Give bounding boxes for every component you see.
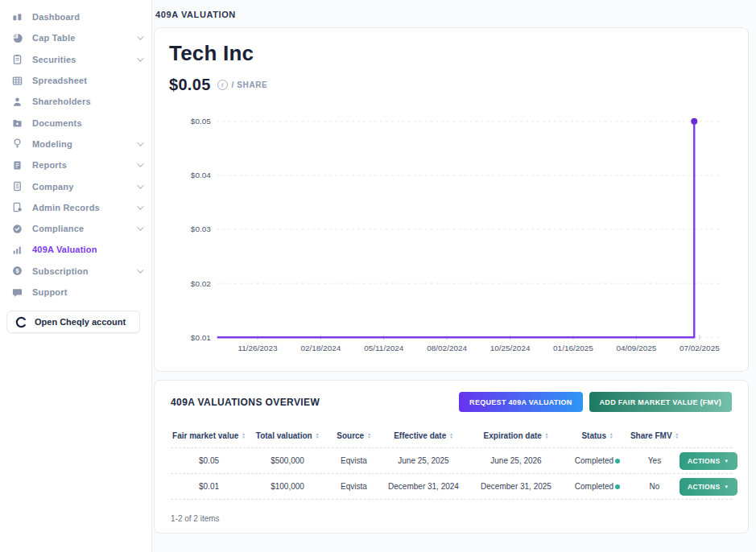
sidebar-item-409a-valuation[interactable]: 409A Valuation bbox=[0, 239, 151, 260]
sort-icon: ▲▼ bbox=[367, 433, 371, 439]
effective-date-cell: December 31, 2024 bbox=[380, 482, 467, 491]
sidebar-item-support[interactable]: Support bbox=[0, 282, 151, 303]
table-row: $0.05 $500,000 Eqvista June 25, 2025 Jun… bbox=[171, 448, 732, 474]
actions-button[interactable]: ACTIONS ▼ bbox=[680, 478, 737, 496]
valuations-table-body: $0.05 $500,000 Eqvista June 25, 2025 Jun… bbox=[171, 448, 732, 500]
status-cell: Completed bbox=[565, 482, 630, 491]
sidebar-item-documents[interactable]: Documents bbox=[0, 112, 151, 133]
valuations-table-header: Fair market value ▲▼ Total valuation ▲▼ … bbox=[171, 431, 732, 448]
sidebar-item-label: Spreadsheet bbox=[32, 76, 142, 85]
column-header-label: Fair market value bbox=[172, 431, 238, 440]
actions-cell: ACTIONS ▼ bbox=[680, 452, 739, 470]
sidebar-item-label: Cap Table bbox=[32, 33, 137, 43]
open-cheqly-account-button[interactable]: Open Cheqly account bbox=[6, 311, 140, 333]
svg-text:05/11/2024: 05/11/2024 bbox=[364, 344, 404, 352]
status-label: Completed bbox=[575, 482, 613, 491]
expiration-date-cell: June 25, 2026 bbox=[467, 456, 565, 465]
total-valuation-cell: $100,000 bbox=[247, 482, 328, 491]
chevron-down-icon bbox=[137, 266, 143, 273]
chevron-down-icon bbox=[137, 139, 143, 146]
chevron-down-icon bbox=[137, 182, 143, 188]
actions-button[interactable]: ACTIONS ▼ bbox=[680, 452, 737, 470]
valuations-table: Fair market value ▲▼ Total valuation ▲▼ … bbox=[171, 431, 732, 523]
sidebar-item-modeling[interactable]: Modeling bbox=[0, 134, 151, 154]
column-header-share-fmv[interactable]: Share FMV ▲▼ bbox=[630, 431, 680, 440]
status-label: Completed bbox=[575, 456, 613, 465]
sidebar-item-label: Reports bbox=[32, 160, 137, 170]
source-cell: Eqvista bbox=[328, 456, 380, 465]
table-icon bbox=[11, 75, 23, 86]
column-header-expiration-date[interactable]: Expiration date ▲▼ bbox=[467, 431, 565, 440]
sidebar-item-label: Support bbox=[32, 287, 142, 297]
status-cell: Completed bbox=[565, 456, 630, 465]
open-cheqly-account-label: Open Cheqly account bbox=[35, 317, 126, 327]
table-row: $0.01 $100,000 Eqvista December 31, 2024… bbox=[171, 474, 732, 500]
sidebar-item-subscription[interactable]: $ Subscription bbox=[0, 261, 151, 282]
page-title: 409A VALUATION bbox=[155, 10, 749, 19]
sidebar-item-reports[interactable]: Reports bbox=[0, 154, 151, 175]
sidebar-item-dashboard[interactable]: Dashboard bbox=[0, 6, 151, 27]
cheqly-logo-icon bbox=[15, 316, 27, 328]
support-icon bbox=[11, 286, 23, 298]
add-fair-market-value-button[interactable]: ADD FAIR MARKET VALUE (FMV) bbox=[589, 392, 732, 412]
shield-check-icon bbox=[11, 223, 23, 234]
column-header-label: Total valuation bbox=[256, 431, 312, 440]
chevron-down-icon bbox=[137, 34, 143, 40]
status-completed-dot-icon bbox=[615, 484, 620, 489]
sidebar-item-admin-records[interactable]: Admin Records bbox=[0, 197, 151, 218]
svg-text:$0.03: $0.03 bbox=[191, 225, 211, 234]
column-header-status[interactable]: Status ▲▼ bbox=[565, 431, 630, 440]
lightbulb-icon bbox=[11, 138, 23, 150]
column-header-label: Status bbox=[581, 431, 606, 440]
svg-text:07/02/2025: 07/02/2025 bbox=[680, 344, 720, 352]
report-icon bbox=[11, 159, 23, 171]
sidebar-nav: Dashboard Cap Table Securities Spreadshe… bbox=[0, 6, 151, 303]
valuations-overview-card: 409A VALUATIONS OVERVIEW REQUEST 409A VA… bbox=[154, 380, 749, 533]
chevron-down-icon bbox=[137, 224, 143, 230]
share-price-row: $0.05 i / SHARE bbox=[169, 76, 732, 94]
svg-text:04/09/2025: 04/09/2025 bbox=[617, 344, 657, 352]
column-header-label: Source bbox=[337, 431, 364, 440]
fair-market-value-cell: $0.01 bbox=[171, 482, 247, 491]
column-header-effective-date[interactable]: Effective date ▲▼ bbox=[380, 431, 467, 440]
sidebar-item-spreadsheet[interactable]: Spreadsheet bbox=[0, 70, 151, 91]
expiration-date-cell: December 31, 2025 bbox=[467, 482, 565, 491]
overview-title: 409A VALUATIONS OVERVIEW bbox=[171, 397, 459, 408]
svg-text:$0.02: $0.02 bbox=[191, 279, 211, 288]
request-409a-valuation-button[interactable]: REQUEST 409A VALUATION bbox=[459, 392, 582, 412]
column-header-total-valuation[interactable]: Total valuation ▲▼ bbox=[247, 431, 328, 440]
folder-icon bbox=[11, 117, 23, 129]
dashboard-icon bbox=[11, 11, 23, 23]
valuation-card: Tech Inc $0.05 i / SHARE $0.05$0.04$0.03… bbox=[154, 27, 749, 372]
sidebar-item-compliance[interactable]: Compliance bbox=[0, 218, 151, 239]
sidebar-item-securities[interactable]: Securities bbox=[0, 49, 151, 70]
sort-icon: ▲▼ bbox=[675, 433, 680, 439]
svg-text:10/25/2024: 10/25/2024 bbox=[490, 344, 531, 352]
actions-button-label: ACTIONS bbox=[688, 483, 720, 491]
info-icon[interactable]: i bbox=[217, 80, 228, 90]
caret-down-icon: ▼ bbox=[724, 484, 729, 489]
share-price-value: $0.05 bbox=[169, 76, 211, 94]
chevron-down-icon bbox=[137, 203, 143, 209]
sidebar-item-label: 409A Valuation bbox=[32, 245, 142, 254]
company-name: Tech Inc bbox=[169, 41, 732, 66]
sort-icon: ▲▼ bbox=[545, 433, 549, 439]
column-header-label: Expiration date bbox=[484, 431, 542, 440]
valuation-chart-icon bbox=[11, 244, 23, 255]
sidebar-item-label: Compliance bbox=[32, 224, 137, 233]
sidebar-item-label: Documents bbox=[32, 118, 142, 128]
sidebar-item-label: Company bbox=[32, 182, 137, 192]
sidebar-item-company[interactable]: Company bbox=[0, 175, 151, 196]
column-header-fair-market-value[interactable]: Fair market value ▲▼ bbox=[171, 431, 247, 440]
sidebar-item-cap-table[interactable]: Cap Table bbox=[0, 27, 151, 48]
column-header-source[interactable]: Source ▲▼ bbox=[328, 431, 380, 440]
caret-down-icon: ▼ bbox=[724, 459, 729, 463]
dollar-circle-icon: $ bbox=[11, 266, 23, 277]
sort-icon: ▲▼ bbox=[316, 433, 320, 439]
building-icon bbox=[11, 181, 23, 192]
sidebar-item-label: Shareholders bbox=[32, 97, 142, 106]
fmv-chart-container: $0.05$0.04$0.03$0.02$0.0111/26/202302/18… bbox=[169, 101, 732, 366]
sidebar: Dashboard Cap Table Securities Spreadshe… bbox=[0, 0, 152, 552]
svg-text:$0.01: $0.01 bbox=[191, 333, 211, 342]
sidebar-item-shareholders[interactable]: Shareholders bbox=[0, 91, 151, 112]
